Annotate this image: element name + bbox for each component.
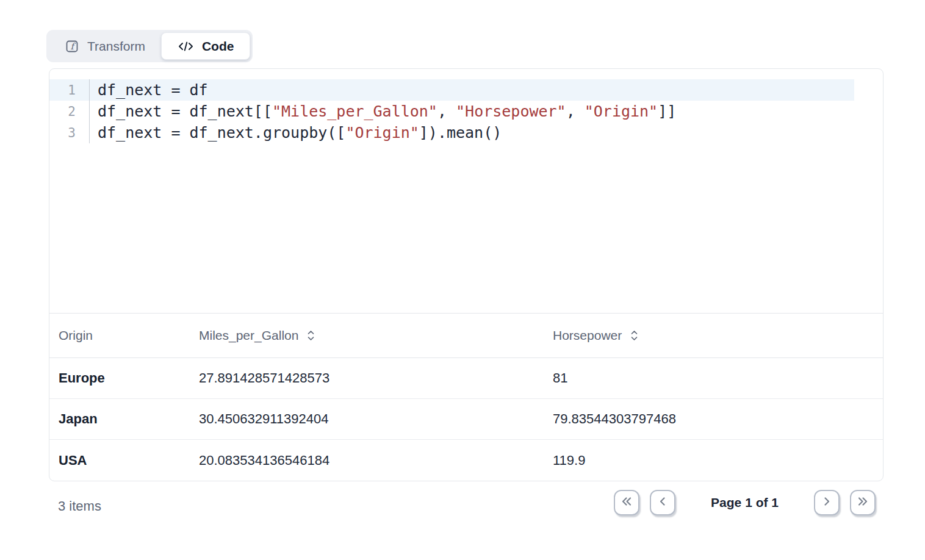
tab-code[interactable]: Code [161, 32, 251, 60]
code-line-3[interactable]: 3 df_next = df_next.groupby(["Origin"]).… [49, 122, 854, 143]
pagination: Page 1 of 1 [614, 490, 876, 515]
next-page-button[interactable] [814, 490, 840, 515]
double-chevron-right-icon [856, 495, 869, 511]
chevron-left-icon [656, 495, 669, 511]
column-header-horsepower: Horsepower [544, 328, 883, 343]
first-page-button[interactable] [614, 490, 639, 515]
svg-text:f: f [71, 41, 76, 51]
table-row: Japan 30.450632911392404 79.835443037974… [49, 399, 883, 440]
table-footer: 3 items Page 1 of 1 [0, 481, 925, 530]
column-header-miles-per-gallon: Miles_per_Gallon [190, 328, 544, 343]
cell-origin: USA [49, 453, 190, 468]
tab-transform-label: Transform [87, 39, 145, 54]
line-number-1: 1 [49, 79, 90, 101]
last-page-button[interactable] [850, 490, 876, 515]
chevron-right-icon [820, 495, 833, 511]
cell-miles-per-gallon: 30.450632911392404 [190, 411, 544, 427]
cell-horsepower: 81 [544, 370, 883, 386]
transform-panel: 1 df_next = df 2 df_next = df_next[["Mil… [49, 68, 884, 481]
code-line-1[interactable]: 1 df_next = df [49, 79, 854, 101]
code-line-1-text: df_next = df [90, 81, 208, 99]
line-number-3: 3 [49, 122, 90, 143]
page-indicator: Page 1 of 1 [711, 495, 779, 510]
tab-transform[interactable]: f Transform [49, 32, 161, 60]
view-mode-tabs: f Transform Code [46, 30, 253, 62]
sort-icon[interactable] [306, 329, 315, 342]
sort-icon[interactable] [630, 329, 639, 342]
table-header-row: Origin Miles_per_Gallon Horsepower [49, 314, 883, 358]
code-editor[interactable]: 1 df_next = df 2 df_next = df_next[["Mil… [49, 69, 883, 314]
items-count: 3 items [58, 498, 101, 514]
line-number-2: 2 [49, 101, 90, 122]
cell-origin: Europe [49, 370, 190, 386]
result-table: Origin Miles_per_Gallon Horsepower [49, 314, 883, 481]
table-row: Europe 27.891428571428573 81 [49, 358, 883, 399]
cell-miles-per-gallon: 20.083534136546184 [190, 453, 544, 468]
cell-origin: Japan [49, 411, 190, 427]
column-header-origin: Origin [49, 328, 190, 343]
function-icon: f [65, 39, 79, 54]
code-icon [178, 40, 194, 53]
code-line-2[interactable]: 2 df_next = df_next[["Miles_per_Gallon",… [49, 101, 854, 122]
cell-horsepower: 119.9 [544, 453, 883, 468]
cell-horsepower: 79.83544303797468 [544, 411, 883, 427]
code-line-2-text: df_next = df_next[["Miles_per_Gallon", "… [90, 102, 676, 120]
table-row: USA 20.083534136546184 119.9 [49, 440, 883, 481]
cell-miles-per-gallon: 27.891428571428573 [190, 370, 544, 386]
code-line-3-text: df_next = df_next.groupby(["Origin"]).me… [90, 124, 502, 142]
tab-code-label: Code [202, 39, 234, 54]
double-chevron-left-icon [620, 495, 633, 511]
previous-page-button[interactable] [650, 490, 675, 515]
